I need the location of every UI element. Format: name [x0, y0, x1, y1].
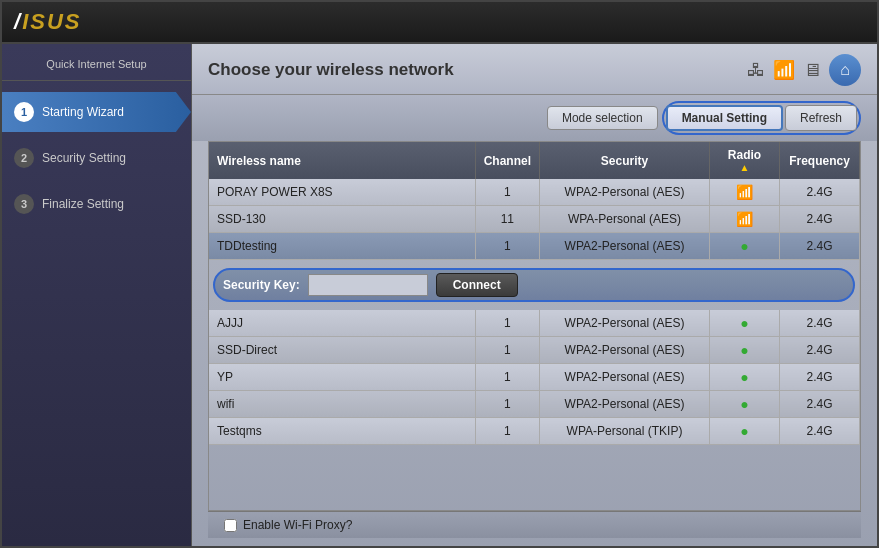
cell-freq: 2.4G: [780, 179, 860, 206]
app-frame: /ISUS Quick Internet Setup 1 Starting Wi…: [0, 0, 879, 548]
home-button[interactable]: ⌂: [829, 54, 861, 86]
sidebar-item-finalize-setting[interactable]: 3 Finalize Setting: [2, 184, 191, 224]
cell-channel: 1: [475, 418, 539, 445]
sidebar-item-security-setting[interactable]: 2 Security Setting: [2, 138, 191, 178]
sidebar-label-starting-wizard: Starting Wizard: [42, 105, 124, 119]
refresh-button[interactable]: Refresh: [785, 105, 857, 131]
sidebar-label-finalize-setting: Finalize Setting: [42, 197, 124, 211]
oval-highlight: Manual Setting Refresh: [662, 101, 861, 135]
wifi-icon: ●: [740, 238, 748, 254]
cell-radio: ●: [710, 364, 780, 391]
toolbar-row: Mode selection Manual Setting Refresh: [192, 95, 877, 141]
cell-radio: 📶: [710, 179, 780, 206]
cell-freq: 2.4G: [780, 418, 860, 445]
step-num-3: 3: [14, 194, 34, 214]
security-key-label: Security Key:: [223, 278, 300, 292]
table-row[interactable]: Testqms 1 WPA-Personal (TKIP) ● 2.4G: [209, 418, 860, 445]
cell-radio: ●: [710, 310, 780, 337]
network-table: Wireless name Channel Security: [209, 142, 860, 445]
table-row[interactable]: YP 1 WPA2-Personal (AES) ● 2.4G: [209, 364, 860, 391]
sidebar: Quick Internet Setup 1 Starting Wizard 2…: [2, 44, 192, 546]
step-num-1: 1: [14, 102, 34, 122]
cell-security: WPA-Personal (TKIP): [540, 418, 710, 445]
network-table-scroll[interactable]: Wireless name Channel Security: [208, 141, 861, 511]
asus-logo: /ISUS: [14, 9, 81, 35]
cell-channel: 1: [475, 179, 539, 206]
step-num-2: 2: [14, 148, 34, 168]
cell-name: AJJJ: [209, 310, 475, 337]
cell-name: PORAY POWER X8S: [209, 179, 475, 206]
sidebar-label-security-setting: Security Setting: [42, 151, 126, 165]
cell-freq: 2.4G: [780, 233, 860, 260]
footer-area: Enable Wi-Fi Proxy?: [208, 511, 861, 538]
table-row-selected[interactable]: TDDtesting 1 WPA2-Personal (AES) ● 2.4G: [209, 233, 860, 260]
header-bar: /ISUS: [2, 2, 877, 44]
wifi-icon: ●: [740, 315, 748, 331]
cell-channel: 1: [475, 337, 539, 364]
cell-freq: 2.4G: [780, 206, 860, 233]
cell-security: WPA2-Personal (AES): [540, 310, 710, 337]
cell-name: YP: [209, 364, 475, 391]
col-header-frequency: Frequency: [780, 142, 860, 179]
table-row[interactable]: PORAY POWER X8S 1 WPA2-Personal (AES) 📶 …: [209, 179, 860, 206]
cell-channel: 1: [475, 233, 539, 260]
cell-radio: ●: [710, 391, 780, 418]
enable-wifi-proxy-checkbox[interactable]: [224, 519, 237, 532]
cell-name: TDDtesting: [209, 233, 475, 260]
monitor-icon: 🖥: [803, 60, 821, 81]
cell-freq: 2.4G: [780, 364, 860, 391]
connect-button[interactable]: Connect: [436, 273, 518, 297]
cell-name: SSD-130: [209, 206, 475, 233]
sidebar-item-starting-wizard[interactable]: 1 Starting Wizard: [2, 92, 191, 132]
network-status-icon1: 🖧: [747, 60, 765, 81]
wifi-icon: ●: [740, 342, 748, 358]
table-header-row: Wireless name Channel Security: [209, 142, 860, 179]
network-status-icon2: 📶: [773, 59, 795, 81]
wifi-icon: ●: [740, 396, 748, 412]
cell-channel: 1: [475, 391, 539, 418]
cell-channel: 1: [475, 310, 539, 337]
cell-security: WPA2-Personal (AES): [540, 179, 710, 206]
wifi-icon: ●: [740, 423, 748, 439]
cell-security: WPA2-Personal (AES): [540, 337, 710, 364]
main-area: Quick Internet Setup 1 Starting Wizard 2…: [2, 44, 877, 546]
page-title: Choose your wireless network: [208, 60, 454, 80]
enable-wifi-proxy-label: Enable Wi-Fi Proxy?: [243, 518, 352, 532]
cell-channel: 1: [475, 364, 539, 391]
table-row[interactable]: wifi 1 WPA2-Personal (AES) ● 2.4G: [209, 391, 860, 418]
sort-arrow: ▲: [740, 162, 750, 173]
col-header-wireless-name: Wireless name: [209, 142, 475, 179]
cell-radio: ●: [710, 418, 780, 445]
col-header-channel: Channel: [475, 142, 539, 179]
cell-radio: ●: [710, 233, 780, 260]
manual-setting-button[interactable]: Manual Setting: [666, 105, 783, 131]
cell-freq: 2.4G: [780, 337, 860, 364]
cell-radio: 📶: [710, 206, 780, 233]
cell-name: wifi: [209, 391, 475, 418]
sidebar-top-label: Quick Internet Setup: [2, 52, 191, 81]
col-header-security: Security: [540, 142, 710, 179]
security-key-row: Security Key: Connect: [209, 260, 860, 311]
table-row[interactable]: AJJJ 1 WPA2-Personal (AES) ● 2.4G: [209, 310, 860, 337]
cell-security: WPA2-Personal (AES): [540, 233, 710, 260]
content-panel: Choose your wireless network 🖧 📶 🖥 ⌂ Mod…: [192, 44, 877, 546]
content-header: Choose your wireless network 🖧 📶 🖥 ⌂: [192, 44, 877, 95]
wifi-icon: 📶: [736, 211, 753, 227]
cell-name: SSD-Direct: [209, 337, 475, 364]
wifi-icon: 📶: [736, 184, 753, 200]
col-header-radio: Radio ▲: [710, 142, 780, 179]
cell-security: WPA2-Personal (AES): [540, 391, 710, 418]
mode-selection-button[interactable]: Mode selection: [547, 106, 658, 130]
security-key-input[interactable]: [308, 274, 428, 296]
table-row[interactable]: SSD-130 11 WPA-Personal (AES) 📶 2.4G: [209, 206, 860, 233]
table-area: Wireless name Channel Security: [192, 141, 877, 546]
cell-security: WPA-Personal (AES): [540, 206, 710, 233]
header-icons: 🖧 📶 🖥 ⌂: [747, 54, 861, 86]
wifi-icon: ●: [740, 369, 748, 385]
cell-name: Testqms: [209, 418, 475, 445]
cell-freq: 2.4G: [780, 391, 860, 418]
cell-freq: 2.4G: [780, 310, 860, 337]
table-row[interactable]: SSD-Direct 1 WPA2-Personal (AES) ● 2.4G: [209, 337, 860, 364]
cell-channel: 11: [475, 206, 539, 233]
security-key-container: Security Key: Connect: [213, 268, 855, 302]
